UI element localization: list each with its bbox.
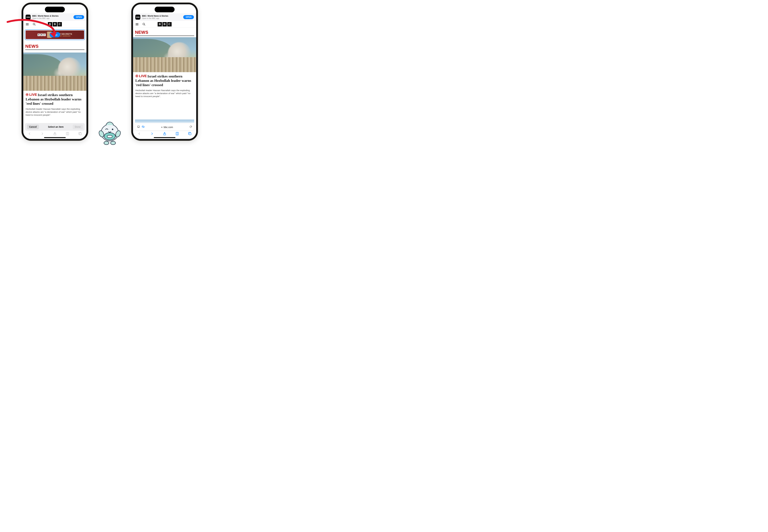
svg-point-15: [112, 129, 113, 130]
site-header: B B C: [133, 21, 196, 28]
safari-toolbar: [133, 131, 196, 137]
phone-frame-before: BBC BBC: World News & Stories Open in th…: [22, 3, 88, 141]
dynamic-island: [45, 7, 65, 12]
section-heading: NEWS: [25, 44, 84, 50]
lead-article[interactable]: LIVE Israel strikes southern Lebanon as …: [133, 72, 196, 100]
hide-button[interactable]: Hide: [50, 32, 60, 37]
svg-point-18: [104, 141, 109, 145]
dynamic-island: [155, 7, 175, 12]
svg-rect-4: [79, 133, 81, 135]
svg-rect-14: [107, 135, 112, 138]
next-article-peek[interactable]: [135, 119, 194, 123]
hero-image[interactable]: [133, 37, 196, 72]
app-icon: BBC: [26, 15, 31, 20]
reload-icon[interactable]: [189, 125, 192, 129]
lead-article[interactable]: LIVE Israel strikes southern Lebanon as …: [23, 91, 86, 118]
app-banner-title: BBC: World News & Stories: [32, 15, 72, 17]
cancel-button[interactable]: Cancel: [27, 125, 39, 129]
home-indicator: [154, 137, 175, 138]
bookmarks-icon[interactable]: [175, 132, 179, 136]
headline: LIVE Israel strikes southern Lebanon as …: [26, 92, 84, 106]
article-summary: Hezbollah leader Hassan Nasrallah says t…: [26, 108, 84, 117]
live-badge: LIVE: [135, 74, 147, 78]
home-indicator: [44, 137, 66, 138]
back-icon: [138, 132, 141, 136]
svg-point-7: [136, 75, 137, 76]
app-icon: BBC: [135, 15, 140, 20]
privacy-icon[interactable]: [142, 125, 145, 129]
app-banner-subtitle: Open in the BBC app: [142, 17, 182, 19]
forward-icon[interactable]: [150, 132, 154, 136]
address-bar[interactable]: bbc.com: [135, 124, 194, 130]
svg-rect-9: [161, 127, 162, 128]
search-icon[interactable]: [33, 23, 36, 26]
bbc-logo[interactable]: B B C: [48, 22, 62, 26]
tabs-icon: [78, 132, 82, 136]
search-icon[interactable]: [142, 23, 146, 26]
svg-point-19: [111, 141, 116, 145]
page-settings-icon[interactable]: [137, 125, 140, 129]
selection-toolbar: Cancel Select an item Done: [25, 123, 85, 131]
mascot-character: [96, 120, 124, 146]
open-app-button[interactable]: OPEN: [73, 15, 84, 19]
selection-title: Select an item: [48, 126, 64, 128]
live-badge: LIVE: [26, 92, 37, 97]
phone-frame-after: BBC BBC: World News & Stories Open in th…: [131, 3, 198, 141]
safari-toolbar-dimmed: [23, 131, 86, 137]
share-icon[interactable]: [163, 132, 166, 136]
lock-icon: [161, 126, 163, 128]
menu-icon[interactable]: [135, 23, 139, 26]
headline: LIVE Israel strikes southern Lebanon as …: [135, 74, 194, 87]
back-icon: [28, 132, 31, 136]
article-summary: Hezbollah leader Hassan Nasrallah says t…: [135, 89, 194, 98]
ad-selection-box[interactable]: BBC RLD of SECRETS EDATOR AT HARRODS Hid…: [25, 29, 85, 40]
bbc-logo[interactable]: B B C: [158, 22, 172, 26]
smart-app-banner: BBC BBC: World News & Stories Open in th…: [23, 13, 86, 21]
smart-app-banner: BBC BBC: World News & Stories Open in th…: [133, 13, 196, 21]
open-app-button[interactable]: OPEN: [183, 15, 194, 19]
forward-icon: [40, 132, 44, 136]
tabs-icon[interactable]: [188, 132, 192, 136]
section-heading: NEWS: [135, 30, 194, 36]
app-banner-subtitle: Open in the BBC app: [32, 17, 72, 19]
site-header: B B C: [23, 21, 86, 28]
app-banner-title: BBC: World News & Stories: [142, 15, 182, 17]
svg-rect-8: [138, 126, 140, 127]
share-icon: [53, 132, 57, 136]
menu-icon[interactable]: [26, 23, 29, 26]
url-text[interactable]: bbc.com: [145, 126, 189, 129]
svg-rect-11: [189, 133, 191, 135]
svg-point-2: [26, 94, 28, 95]
bookmarks-icon: [66, 132, 69, 136]
hero-image[interactable]: [23, 53, 86, 91]
done-button: Done: [73, 125, 83, 129]
